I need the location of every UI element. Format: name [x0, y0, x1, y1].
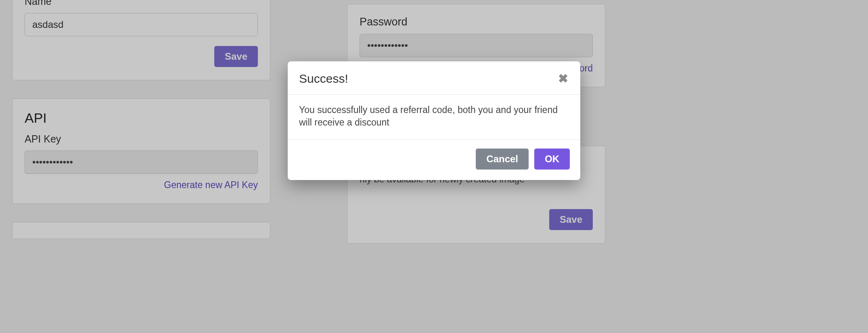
- ok-button[interactable]: OK: [534, 149, 570, 170]
- modal-overlay: Success! ✖ You successfully used a refer…: [0, 0, 868, 333]
- modal-body: You successfully used a referral code, b…: [288, 95, 580, 140]
- modal-title: Success!: [299, 72, 348, 86]
- cancel-button[interactable]: Cancel: [476, 149, 529, 170]
- close-icon[interactable]: ✖: [558, 73, 568, 85]
- modal-footer: Cancel OK: [288, 140, 580, 180]
- success-modal: Success! ✖ You successfully used a refer…: [288, 61, 580, 180]
- modal-header: Success! ✖: [288, 61, 580, 95]
